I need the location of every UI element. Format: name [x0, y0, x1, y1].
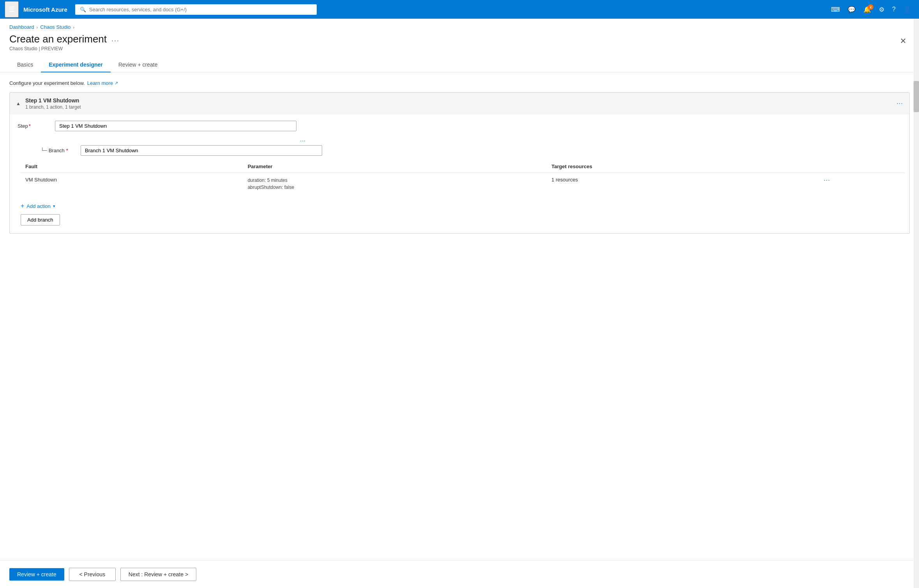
page-header: Create an experiment ... Chaos Studio | …	[0, 30, 919, 51]
search-bar[interactable]: 🔍	[75, 4, 317, 15]
configure-description: Configure your experiment below. Learn m…	[9, 80, 910, 86]
step-options-menu[interactable]: ···	[897, 100, 903, 107]
previous-button[interactable]: < Previous	[69, 568, 116, 581]
external-link-icon: ↗	[115, 81, 118, 86]
breadcrumb-chaos-studio[interactable]: Chaos Studio	[40, 24, 71, 30]
fault-table: Fault Parameter Target resources VM Shut…	[21, 160, 905, 195]
tab-basics[interactable]: Basics	[9, 58, 41, 72]
branch-label-text: Branch	[49, 148, 65, 153]
footer: Review + create < Previous Next : Review…	[0, 560, 919, 588]
step-container: ▲ Step 1 VM Shutdown 1 branch, 1 action,…	[9, 92, 910, 234]
branch-required-marker: *	[66, 148, 68, 153]
learn-more-text: Learn more	[87, 80, 113, 86]
add-branch-button[interactable]: Add branch	[21, 214, 60, 225]
fault-name: VM Shutdown	[21, 173, 243, 195]
step-header[interactable]: ▲ Step 1 VM Shutdown 1 branch, 1 action,…	[10, 93, 909, 114]
add-action-label: Add action	[26, 203, 50, 209]
page-options-menu[interactable]: ...	[111, 35, 120, 43]
brand-logo: Microsoft Azure	[23, 6, 67, 13]
plus-icon: +	[21, 202, 24, 209]
param-abrupt-shutdown: abruptShutdown: false	[248, 184, 542, 191]
search-icon: 🔍	[80, 7, 86, 12]
settings-icon[interactable]: ⚙	[876, 4, 887, 16]
add-action-chevron-icon: ▾	[53, 204, 55, 209]
branch-options-menu[interactable]: ···	[300, 137, 306, 144]
branch-section: ··· └─ Branch *	[41, 137, 901, 156]
breadcrumb-sep-2: ›	[73, 25, 74, 30]
hamburger-menu[interactable]: ☰	[5, 1, 19, 18]
page-title: Create an experiment ...	[9, 33, 120, 45]
step-body: Step * ··· └─ Branch *	[10, 114, 909, 233]
col-parameter: Parameter	[243, 160, 547, 173]
branch-label: └─ Branch *	[41, 148, 76, 153]
breadcrumb-dashboard[interactable]: Dashboard	[9, 24, 34, 30]
notification-badge: 2	[868, 4, 873, 10]
step-label-text: Step	[18, 123, 28, 129]
feedback-icon[interactable]: 💬	[845, 4, 859, 16]
step-required-marker: *	[29, 123, 31, 129]
breadcrumb-sep-1: ›	[37, 25, 38, 30]
breadcrumb: Dashboard › Chaos Studio ›	[0, 19, 919, 30]
resources-count: 1 resources	[552, 177, 578, 183]
terminal-icon[interactable]: ⌨	[828, 4, 843, 16]
step-header-left: ▲ Step 1 VM Shutdown 1 branch, 1 action,…	[16, 97, 81, 110]
notifications-icon[interactable]: 🔔 2	[860, 4, 874, 16]
page-subtitle: Chaos Studio | PREVIEW	[9, 46, 120, 51]
step-field-label: Step *	[18, 121, 49, 129]
col-target-resources: Target resources	[547, 160, 819, 173]
account-icon[interactable]: 👤	[900, 4, 914, 16]
col-actions-header	[819, 160, 905, 173]
configure-text: Configure your experiment below.	[9, 80, 85, 86]
page-title-text: Create an experiment	[9, 33, 107, 45]
scrollbar-track	[914, 19, 919, 588]
fault-table-body: VM Shutdown duration: 5 minutes abruptSh…	[21, 173, 905, 195]
param-duration: duration: 5 minutes	[248, 177, 542, 184]
learn-more-link[interactable]: Learn more ↗	[87, 80, 118, 86]
step-collapse-chevron[interactable]: ▲	[16, 101, 21, 106]
close-button[interactable]: ✕	[897, 35, 910, 47]
main-content: Dashboard › Chaos Studio › Create an exp…	[0, 19, 919, 588]
add-action-row: + Add action ▾	[21, 201, 901, 211]
add-action-button[interactable]: + Add action ▾	[21, 201, 55, 211]
page-title-block: Create an experiment ... Chaos Studio | …	[9, 33, 120, 51]
fault-row-options-menu[interactable]: ···	[824, 177, 830, 183]
branch-options-row: ···	[41, 137, 306, 144]
tabs-container: Basics Experiment designer Review + crea…	[0, 51, 919, 72]
step-name-input[interactable]	[55, 121, 296, 131]
next-button[interactable]: Next : Review + create >	[120, 568, 196, 581]
search-input[interactable]	[89, 7, 312, 12]
branch-name-input[interactable]	[81, 145, 322, 156]
help-icon[interactable]: ?	[889, 4, 899, 15]
branch-field-row: └─ Branch *	[41, 145, 901, 156]
branch-connector-icon: └─	[41, 148, 47, 153]
fault-target-resources: 1 resources	[547, 173, 819, 195]
nav-icons: ⌨ 💬 🔔 2 ⚙ ? 👤	[828, 4, 914, 16]
scrollbar-thumb[interactable]	[914, 81, 919, 112]
step-title: Step 1 VM Shutdown	[25, 97, 81, 104]
table-row: VM Shutdown duration: 5 minutes abruptSh…	[21, 173, 905, 195]
tab-experiment-designer[interactable]: Experiment designer	[41, 58, 111, 72]
step-field-row: Step *	[18, 121, 901, 131]
top-navigation: ☰ Microsoft Azure 🔍 ⌨ 💬 🔔 2 ⚙ ? 👤	[0, 0, 919, 19]
fault-parameter: duration: 5 minutes abruptShutdown: fals…	[243, 173, 547, 195]
fault-row-options[interactable]: ···	[819, 173, 905, 195]
col-fault: Fault	[21, 160, 243, 173]
content-area: Configure your experiment below. Learn m…	[0, 72, 919, 560]
tab-review-create[interactable]: Review + create	[111, 58, 166, 72]
fault-table-header: Fault Parameter Target resources	[21, 160, 905, 173]
review-create-button[interactable]: Review + create	[9, 568, 64, 581]
step-title-block: Step 1 VM Shutdown 1 branch, 1 action, 1…	[25, 97, 81, 110]
step-subtitle: 1 branch, 1 action, 1 target	[25, 104, 81, 110]
